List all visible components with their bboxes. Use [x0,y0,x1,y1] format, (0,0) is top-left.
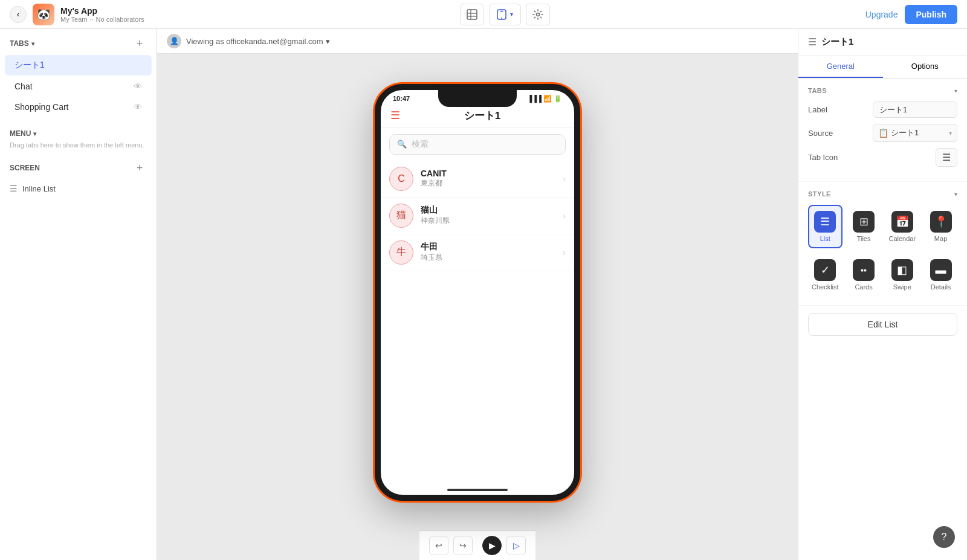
style-section-title: STYLE [808,190,831,198]
menu-section-title[interactable]: MENU ▾ [10,129,36,138]
phone-time: 10:47 [393,95,410,102]
tab-icon-button[interactable]: ☰ [936,148,957,167]
canvas-area: 10:47 ▐▐▐ 📶 🔋 ☰ シート1 🔍 検索 [363,54,592,530]
style-list[interactable]: ☰ List [808,205,842,248]
label-row: Label [808,101,957,118]
hamburger-icon: ☰ [390,109,400,122]
tab-item-chat[interactable]: Chat 👁 [5,77,152,96]
mobile-view-button[interactable]: ▾ [489,4,521,25]
svg-point-5 [501,18,502,19]
tabs-config-title: TABS [808,87,827,94]
undo-button[interactable]: ↩ [429,536,448,555]
list-name-1: 猫山 [421,205,563,216]
viewer-chevron[interactable]: ▾ [326,37,330,46]
source-chevron: ▾ [949,130,952,137]
screen-label: SCREEN [10,164,40,172]
style-swipe-icon: ◧ [891,259,913,281]
right-panel-tabs: General Options [798,56,967,79]
send-button[interactable]: ▷ [506,536,526,555]
back-button[interactable]: ‹ [10,6,27,23]
hidden-icon-chat: 👁 [134,82,142,91]
edit-list-button[interactable]: Edit List [808,313,957,336]
upgrade-link[interactable]: Upgrade [865,10,898,19]
style-checklist-label: Checklist [812,283,839,291]
add-screen-button[interactable]: + [132,161,147,175]
style-swipe-label: Swipe [893,283,911,291]
viewer-text: Viewing as officekanda.net@gmail.com ▾ [186,37,330,46]
list-icon: ☰ [10,184,18,193]
list-avatar-0: C [389,167,413,191]
style-tiles-label: Tiles [857,235,871,242]
tab-item-sheet1[interactable]: シート1 [5,55,152,76]
source-value: シート1 [891,127,919,138]
style-details-label: Details [931,283,951,291]
source-select[interactable]: 📋 シート1 ▾ [873,124,957,142]
list-sub-1: 神奈川県 [421,216,563,226]
redo-button[interactable]: ↪ [453,536,473,555]
table-view-button[interactable] [460,4,484,25]
style-calendar-icon: 📅 [891,211,913,233]
source-icon: 📋 [878,128,888,138]
label-field-label: Label [808,105,827,114]
phone-notch [438,90,517,107]
tab-icon-label: Tab Icon [808,153,838,162]
style-cards[interactable]: ▪▪ Cards [847,253,881,297]
publish-button[interactable]: Publish [905,5,957,24]
style-map[interactable]: 📍 Map [924,205,957,248]
tab-label-sheet1: シート1 [15,60,45,71]
table-icon [467,9,477,20]
style-tiles[interactable]: ⊞ Tiles [847,205,881,248]
back-icon: ‹ [17,10,19,19]
tab-icon-row: Tab Icon ☰ [808,148,957,167]
tabs-section-title[interactable]: TABS ▾ [10,39,34,48]
list-chevron-2: › [563,248,566,257]
source-field-label: Source [808,129,833,138]
source-row: Source 📋 シート1 ▾ [808,124,957,142]
style-checklist-icon: ✓ [814,259,836,281]
search-bar[interactable]: 🔍 検索 [389,134,566,155]
menu-section-header: MENU ▾ [0,122,157,141]
tab-item-shopping-cart[interactable]: Shopping Cart 👁 [5,97,152,117]
tabs-collapse-icon: ▾ [31,40,34,47]
style-collapse[interactable]: ▾ [954,191,957,198]
settings-button[interactable] [526,4,550,25]
list-item-2[interactable]: 牛 牛田 埼玉県 › [381,234,574,271]
help-button[interactable]: ? [933,526,955,548]
viewer-bar: 👤 Viewing as officekanda.net@gmail.com ▾ [157,29,798,54]
app-meta: My Team ·· No collaborators [60,16,144,23]
team-name: My Team [60,16,87,23]
style-checklist[interactable]: ✓ Checklist [808,253,842,297]
list-avatar-1: 猫 [389,204,413,228]
screen-section-header: SCREEN + [10,161,147,175]
dot-separator: ·· [89,16,93,23]
play-button[interactable]: ▶ [482,536,502,555]
add-tab-button[interactable]: + [132,36,147,51]
phone-header: ☰ シート1 [381,104,574,128]
tab-general[interactable]: General [798,56,883,78]
tabs-config-header: TABS ▾ [808,87,957,94]
screen-item-inline-list[interactable]: ☰ Inline List [10,180,147,197]
label-input[interactable] [873,101,957,118]
search-placeholder: 検索 [412,139,429,150]
style-list-label: List [820,235,830,242]
tabs-section-header: TABS ▾ + [0,29,157,54]
tabs-config-collapse[interactable]: ▾ [954,88,957,94]
topbar-center: ▾ [460,4,550,25]
list-item-0[interactable]: C CANIT 東京都 › [381,161,574,198]
phone-mockup: 10:47 ▐▐▐ 📶 🔋 ☰ シート1 🔍 検索 [375,84,580,501]
right-panel: ☰ シート1 General Options TABS ▾ Label Sour… [798,29,967,560]
list-item-1[interactable]: 猫 猫山 神奈川県 › [381,198,574,234]
right-panel-header: ☰ シート1 [798,29,967,56]
list-name-2: 牛田 [421,242,563,253]
list-info-2: 牛田 埼玉県 [421,242,563,263]
style-details[interactable]: ▬ Details [924,253,957,297]
style-cards-label: Cards [855,283,872,291]
wifi-icon: 📶 [543,95,552,103]
style-calendar[interactable]: 📅 Calendar [885,205,919,248]
sheet-icon: ☰ [808,36,817,48]
style-swipe[interactable]: ◧ Swipe [885,253,919,297]
topbar-left: ‹ 🐼 My's App My Team ·· No collaborators [10,4,144,25]
phone-screen-title: シート1 [400,109,564,123]
list-sub-0: 東京都 [421,178,563,188]
tab-options[interactable]: Options [883,56,968,78]
